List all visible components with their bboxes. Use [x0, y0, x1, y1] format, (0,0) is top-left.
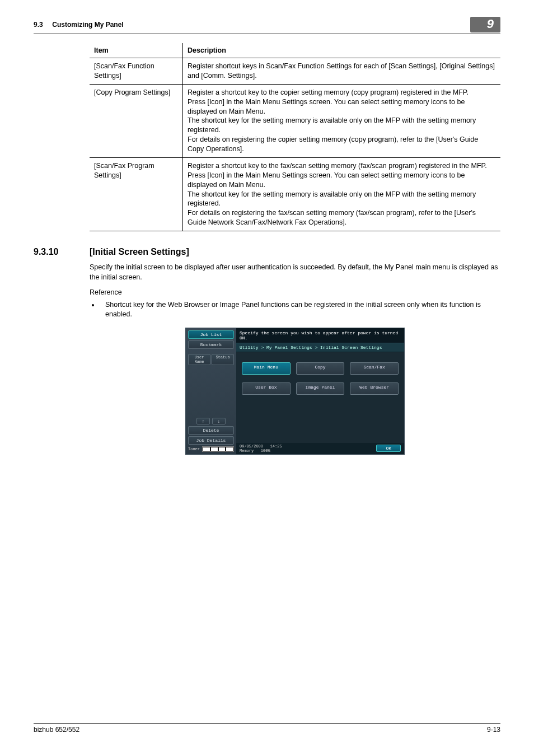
status-date: 09/05/2008: [240, 444, 263, 449]
option-scan-fax[interactable]: Scan/Fax: [350, 362, 399, 375]
options-grid: Main Menu Copy Scan/Fax User Box Image P…: [236, 352, 404, 443]
panel-sidebar: Job List Bookmark User Name Status ↑ ↓ D…: [186, 328, 236, 454]
panel-instruction: Specify the screen you wish to appear af…: [236, 328, 404, 343]
cell-item: [Scan/Fax Function Settings]: [90, 58, 183, 85]
footer-page: 9-13: [487, 726, 500, 734]
table-row: [Scan/Fax Function Settings] Register sh…: [90, 58, 500, 85]
table-row: [Copy Program Settings] Register a short…: [90, 84, 500, 157]
page-header: 9.3 Customizing My Panel 9: [34, 17, 500, 34]
arrow-down-icon[interactable]: ↓: [212, 418, 226, 424]
arrow-up-icon[interactable]: ↑: [196, 418, 210, 424]
delete-button[interactable]: Delete: [188, 426, 234, 435]
job-list-button[interactable]: Job List: [188, 330, 234, 339]
reference-label: Reference: [90, 288, 500, 298]
status-mem-label: Memory: [240, 449, 254, 453]
ok-button[interactable]: OK: [376, 445, 401, 452]
cell-item: [Scan/Fax Program Settings]: [90, 157, 183, 231]
header-section-title: Customizing My Panel: [52, 21, 123, 29]
status-mem-val: 100%: [261, 449, 270, 453]
panel-status-bar: 09/05/2008 14:25 Memory 100% OK: [236, 443, 404, 454]
option-user-box[interactable]: User Box: [242, 382, 291, 395]
job-details-button[interactable]: Job Details: [188, 436, 234, 445]
cell-desc: Register a shortcut key to the copier se…: [183, 84, 501, 157]
toner-row: Toner: [188, 446, 234, 452]
panel-main: Specify the screen you wish to appear af…: [236, 328, 404, 454]
option-copy[interactable]: Copy: [296, 362, 345, 375]
cell-item: [Copy Program Settings]: [90, 84, 183, 157]
bookmark-button[interactable]: Bookmark: [188, 340, 234, 349]
cell-desc: Register a shortcut key to the fax/scan …: [183, 157, 501, 231]
page-footer: bizhub 652/552 9-13: [34, 723, 500, 734]
reference-list: Shortcut key for the Web Browser or Imag…: [90, 300, 500, 320]
status-button[interactable]: Status: [212, 354, 234, 365]
chapter-badge: 9: [470, 17, 500, 32]
header-section-num: 9.3: [34, 21, 43, 29]
intro-paragraph: Specify the initial screen to be display…: [90, 263, 500, 282]
panel-breadcrumb: Utility > My Panel Settings > Initial Sc…: [236, 343, 404, 352]
footer-model: bizhub 652/552: [34, 726, 79, 734]
subsection-num: 9.3.10: [34, 247, 90, 257]
th-desc: Description: [183, 43, 501, 58]
option-main-menu[interactable]: Main Menu: [242, 362, 291, 375]
status-time: 14:25: [270, 444, 282, 449]
settings-table: Item Description [Scan/Fax Function Sett…: [90, 43, 500, 231]
subsection-title: [Initial Screen Settings]: [90, 247, 189, 257]
toner-label: Toner: [188, 447, 200, 451]
table-row: [Scan/Fax Program Settings] Register a s…: [90, 157, 500, 231]
th-item: Item: [90, 43, 183, 58]
toner-bar: [202, 446, 234, 452]
option-web-browser[interactable]: Web Browser: [350, 382, 399, 395]
list-item: Shortcut key for the Web Browser or Imag…: [100, 300, 500, 320]
header-left: 9.3 Customizing My Panel: [34, 21, 124, 29]
user-name-button[interactable]: User Name: [188, 354, 210, 365]
mfp-panel-screenshot: Job List Bookmark User Name Status ↑ ↓ D…: [185, 328, 405, 455]
option-image-panel[interactable]: Image Panel: [296, 382, 345, 395]
subsection-heading: 9.3.10 [Initial Screen Settings]: [34, 247, 500, 257]
cell-desc: Register shortcut keys in Scan/Fax Funct…: [183, 58, 501, 85]
